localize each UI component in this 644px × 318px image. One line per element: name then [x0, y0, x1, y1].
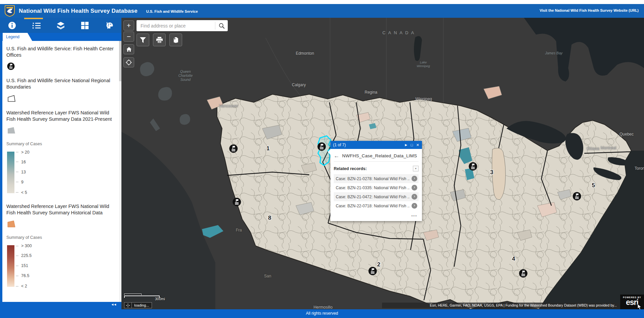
record-open-chevron[interactable]: › [412, 176, 417, 181]
related-record-row[interactable]: Case: BZN-21-0278: National Wild Fish ..… [334, 174, 419, 183]
top-white-strip [0, 0, 644, 4]
panel-collapse-bar: ◄◄ [0, 302, 121, 309]
crosshair-icon [124, 303, 132, 308]
record-label: Case: BZN-21-0472: National Wild Fish ..… [336, 195, 410, 199]
popup-next-icon[interactable]: ▶ [405, 143, 407, 147]
locate-me-button[interactable] [123, 57, 134, 67]
add-data-icon [173, 37, 179, 43]
footer-text: All rights reserved [306, 311, 338, 316]
tab-legend[interactable] [24, 18, 48, 33]
basemap-palette-icon [105, 21, 114, 30]
filter-funnel-icon [140, 37, 146, 43]
fish-health-center-marker[interactable] [469, 162, 477, 171]
popup-maximize-icon[interactable]: □ [411, 143, 413, 147]
popup-more-options[interactable]: ••• [334, 214, 417, 218]
website-link[interactable]: Visit the National Wild Fish Health Surv… [540, 8, 639, 12]
record-open-chevron[interactable]: › [412, 203, 417, 209]
mouse-cursor [637, 304, 642, 309]
related-records-list: Case: BZN-21-0278: National Wild Fish ..… [334, 174, 419, 210]
search-button[interactable] [215, 20, 228, 31]
fish-health-center-marker[interactable] [229, 144, 238, 153]
tab-info[interactable] [0, 18, 24, 33]
legend-panel: U.S. Fish and Wildlife Service: Fish Hea… [2, 41, 121, 302]
popup-header[interactable]: (1 of 7) ▶ □ ✕ [330, 141, 422, 149]
watershed-historical-swatch [7, 220, 16, 228]
map-canvas[interactable]: CANADA James Bay Lake Winnipeg Queen Cha… [121, 18, 644, 309]
fws-logo [5, 5, 15, 17]
record-label: Case: BZN-21-0335: National Wild Fish ..… [336, 186, 410, 190]
fish-health-center-marker[interactable] [573, 192, 581, 201]
ramp-label: Summary of Cases [6, 142, 114, 146]
page-subtitle: U.S. Fish and Wildlife Service [146, 9, 198, 13]
active-tab-indicator [24, 18, 43, 19]
tab-layers[interactable] [49, 18, 73, 33]
app-header: National Wild Fish Health Survey Databas… [0, 4, 644, 18]
popup-pager: (1 of 7) [333, 143, 346, 147]
panel-scrollbar[interactable] [119, 41, 121, 302]
print-button[interactable] [153, 34, 166, 46]
info-icon [8, 21, 16, 30]
legend-section-title: U.S. Fish and Wildlife Service National … [6, 77, 114, 90]
summary-ramp-historical: > 300 225.5 151 76.5 < 2 [7, 243, 114, 292]
polygon-outline-symbol [7, 95, 16, 102]
layers-icon [56, 21, 65, 30]
search-icon [219, 23, 225, 29]
related-records-label: Related records: [334, 166, 413, 171]
record-open-chevron[interactable]: › [412, 185, 417, 191]
fish-health-office-marker-symbol [7, 62, 15, 70]
tab-basemap[interactable] [97, 18, 121, 33]
legend-section-title: Watershed Reference Layer FWS National W… [6, 203, 114, 216]
related-records-dropdown[interactable]: ▼ [413, 166, 419, 171]
filter-button[interactable] [137, 34, 149, 46]
search-input[interactable] [137, 23, 215, 29]
related-record-row[interactable]: Case: BZN-21-0472: National Wild Fish ..… [334, 192, 419, 201]
zoom-out-button[interactable]: − [123, 32, 134, 42]
feature-popup: (1 of 7) ▶ □ ✕ ← NWFHS_Case_Related_Data… [330, 141, 422, 221]
zoom-in-button[interactable]: + [123, 20, 134, 31]
watershed-current-swatch [7, 126, 16, 134]
record-open-chevron[interactable]: › [412, 194, 417, 200]
scale-bar [124, 296, 160, 298]
loading-text: loading... [132, 303, 152, 307]
collapse-panel-button[interactable]: ◄◄ [111, 303, 116, 306]
popup-layer-title: NWFHS_Case_Related_Data_LIMS [342, 153, 417, 158]
apps-grid-icon [81, 21, 89, 30]
coordinates-widget: loading... [124, 302, 152, 308]
tab-apps[interactable] [73, 18, 97, 33]
record-label: Case: BZN-22-0718: National Wild Fish ..… [336, 204, 410, 208]
add-data-button[interactable] [169, 34, 182, 46]
related-record-row[interactable]: Case: BZN-22-0718: National Wild Fish ..… [334, 201, 419, 210]
popup-pointer [328, 149, 331, 155]
fish-health-center-marker[interactable] [232, 198, 241, 206]
printer-icon [156, 37, 163, 43]
ramp-label: Summary of Cases [6, 235, 114, 240]
legend-section-title: U.S. Fish and Wildlife Service: Fish Hea… [6, 46, 114, 58]
fish-health-center-marker[interactable] [368, 267, 377, 275]
record-label: Case: BZN-21-0278: National Wild Fish ..… [336, 176, 410, 181]
fish-health-center-marker-selected[interactable] [317, 142, 326, 151]
locate-icon [126, 59, 132, 65]
legend-section-title: Watershed Reference Layer FWS National W… [6, 110, 114, 122]
home-extent-button[interactable] [123, 44, 134, 54]
fish-health-center-marker[interactable] [519, 269, 528, 278]
home-icon [126, 47, 132, 52]
popup-back-arrow[interactable]: ← [334, 153, 339, 159]
scale-label: 300mi [155, 297, 165, 301]
sidebar: Legend U.S. Fish and Wildlife Service: F… [0, 18, 121, 309]
legend-tab[interactable]: Legend [3, 33, 32, 41]
app-footer: All rights reserved [0, 309, 644, 318]
map-attribution: Esri, HERE, Garmin, FAO, NOAA, USGS, EPA… [382, 303, 619, 308]
legend-list-icon [32, 21, 41, 30]
related-record-row[interactable]: Case: BZN-21-0335: National Wild Fish ..… [334, 183, 419, 192]
search-box [137, 20, 228, 31]
page-title: National Wild Fish Health Survey Databas… [19, 8, 138, 14]
scale-bar-secondary [124, 294, 142, 295]
summary-ramp-current: > 20 16 13 9 < 5 [7, 150, 114, 199]
popup-close-icon[interactable]: ✕ [416, 143, 419, 147]
widget-toolbar [0, 18, 121, 33]
legend-tab-row: Legend [0, 33, 121, 41]
